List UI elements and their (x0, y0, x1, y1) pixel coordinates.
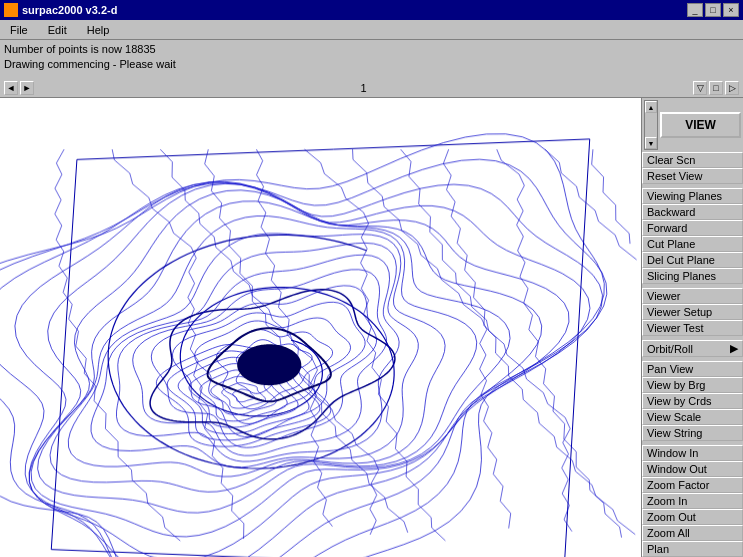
app-title: surpac2000 v3.2-d (22, 4, 117, 16)
tool-prev[interactable]: ◄ (4, 81, 18, 95)
rp-btn-reset-view[interactable]: Reset View (642, 168, 743, 184)
status-line1: Number of points is now 18835 (4, 42, 739, 57)
rp-buttons: Clear ScnReset ViewViewing PlanesBackwar… (642, 152, 743, 557)
rp-btn-zoom-out[interactable]: Zoom Out (642, 509, 743, 525)
rp-btn-slicing-planes[interactable]: Slicing Planes (642, 268, 743, 284)
rp-btn-orbit/roll[interactable]: Orbit/Roll▶ (642, 340, 743, 357)
tool-down[interactable]: ▽ (693, 81, 707, 95)
rp-btn-viewer-test[interactable]: Viewer Test (642, 320, 743, 336)
maximize-button[interactable]: □ (705, 3, 721, 17)
rp-btn-view-string[interactable]: View String (642, 425, 743, 441)
tool-box[interactable]: □ (709, 81, 723, 95)
rp-btn-zoom-all[interactable]: Zoom All (642, 525, 743, 541)
rp-btn-clear-scn[interactable]: Clear Scn (642, 152, 743, 168)
rp-btn-view-scale[interactable]: View Scale (642, 409, 743, 425)
rp-btn-zoom-factor[interactable]: Zoom Factor (642, 477, 743, 493)
rp-btn-cut-plane[interactable]: Cut Plane (642, 236, 743, 252)
menu-bar: File Edit Help (0, 20, 743, 40)
rp-btn-viewer[interactable]: Viewer (642, 288, 743, 304)
rp-btn-view-by-crds[interactable]: View by Crds (642, 393, 743, 409)
rp-btn-forward[interactable]: Forward (642, 220, 743, 236)
rp-btn-del-cut-plane[interactable]: Del Cut Plane (642, 252, 743, 268)
rp-btn-backward[interactable]: Backward (642, 204, 743, 220)
app-icon (4, 3, 18, 17)
view-button[interactable]: VIEW (660, 112, 741, 138)
menu-help[interactable]: Help (81, 22, 116, 38)
scroll-up-arrow[interactable]: ▲ (645, 101, 657, 113)
mini-scrollbar: ▲ ▼ (644, 100, 658, 150)
rp-btn-view-by-brg[interactable]: View by Brg (642, 377, 743, 393)
status-top: Number of points is now 18835 Drawing co… (0, 40, 743, 78)
status-line2: Drawing commencing - Please wait (4, 57, 739, 72)
menu-file[interactable]: File (4, 22, 34, 38)
minimize-button[interactable]: _ (687, 3, 703, 17)
tool-next[interactable]: ► (20, 81, 34, 95)
tool-right[interactable]: ▷ (725, 81, 739, 95)
rp-btn-pan-view[interactable]: Pan View (642, 361, 743, 377)
title-bar: surpac2000 v3.2-d _ □ × (0, 0, 743, 20)
right-panel: ▲ ▼ VIEW Clear ScnReset ViewViewing Plan… (641, 98, 743, 557)
scroll-down-arrow[interactable]: ▼ (645, 137, 657, 149)
content-wrapper: ▲ ▼ VIEW Clear ScnReset ViewViewing Plan… (0, 98, 743, 557)
canvas-toolbar: ◄ ► 1 ▽ □ ▷ (0, 78, 743, 98)
title-controls: _ □ × (687, 3, 739, 17)
rp-btn-plan[interactable]: Plan (642, 541, 743, 557)
canvas-label: 1 (36, 82, 691, 94)
menu-edit[interactable]: Edit (42, 22, 73, 38)
rp-btn-viewer-setup[interactable]: Viewer Setup (642, 304, 743, 320)
view-btn-area: ▲ ▼ VIEW (642, 98, 743, 152)
canvas-right-controls: ▽ □ ▷ (693, 81, 739, 95)
rp-btn-viewing-planes[interactable]: Viewing Planes (642, 188, 743, 204)
close-button[interactable]: × (723, 3, 739, 17)
drawing-area[interactable] (0, 98, 641, 557)
rp-btn-window-in[interactable]: Window In (642, 445, 743, 461)
title-text: surpac2000 v3.2-d (4, 3, 117, 17)
main-canvas (0, 98, 641, 557)
rp-btn-window-out[interactable]: Window Out (642, 461, 743, 477)
rp-btn-zoom-in[interactable]: Zoom In (642, 493, 743, 509)
